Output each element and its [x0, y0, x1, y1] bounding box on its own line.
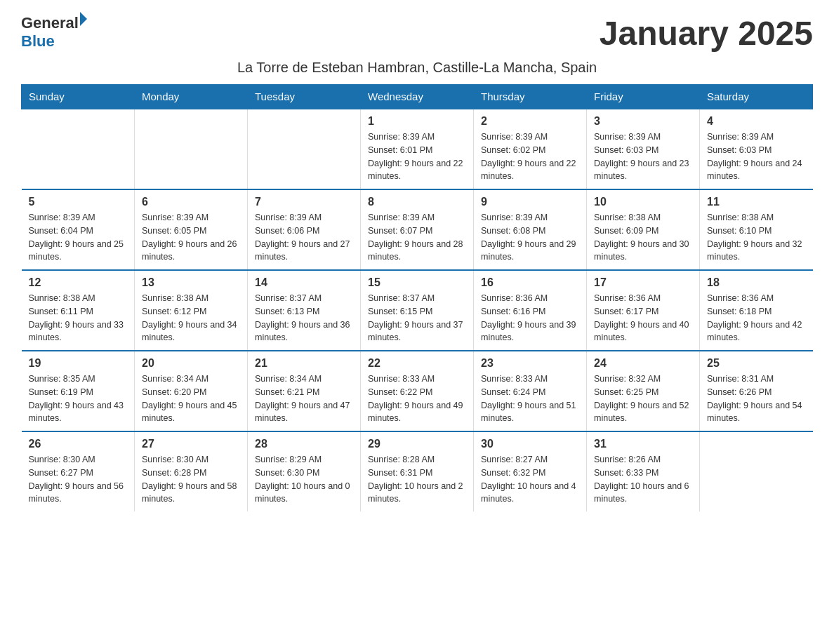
day-number: 15	[368, 276, 466, 289]
day-number: 7	[255, 196, 353, 208]
logo-triangle-icon	[80, 12, 87, 26]
day-info: Sunrise: 8:27 AM Sunset: 6:32 PM Dayligh…	[481, 453, 579, 506]
day-info: Sunrise: 8:36 AM Sunset: 6:16 PM Dayligh…	[481, 292, 579, 344]
calendar-cell	[248, 109, 361, 189]
calendar-cell: 25Sunrise: 8:31 AM Sunset: 6:26 PM Dayli…	[700, 351, 813, 431]
day-number: 8	[368, 196, 466, 208]
calendar-header-tuesday: Tuesday	[248, 85, 361, 109]
day-number: 30	[481, 438, 579, 450]
day-number: 12	[29, 276, 128, 289]
calendar-cell: 5Sunrise: 8:39 AM Sunset: 6:04 PM Daylig…	[22, 189, 135, 270]
logo-general-text: General	[21, 14, 79, 32]
day-info: Sunrise: 8:32 AM Sunset: 6:25 PM Dayligh…	[594, 373, 692, 425]
day-info: Sunrise: 8:39 AM Sunset: 6:06 PM Dayligh…	[255, 211, 353, 264]
calendar-cell: 7Sunrise: 8:39 AM Sunset: 6:06 PM Daylig…	[248, 189, 361, 270]
day-info: Sunrise: 8:39 AM Sunset: 6:03 PM Dayligh…	[707, 130, 806, 183]
day-number: 1	[368, 115, 466, 128]
calendar-cell: 14Sunrise: 8:37 AM Sunset: 6:13 PM Dayli…	[248, 270, 361, 351]
day-info: Sunrise: 8:26 AM Sunset: 6:33 PM Dayligh…	[594, 453, 692, 506]
day-number: 9	[481, 196, 579, 208]
calendar-cell: 27Sunrise: 8:30 AM Sunset: 6:28 PM Dayli…	[135, 431, 248, 511]
day-info: Sunrise: 8:36 AM Sunset: 6:17 PM Dayligh…	[594, 292, 692, 344]
day-info: Sunrise: 8:38 AM Sunset: 6:09 PM Dayligh…	[594, 211, 692, 264]
page-title: January 2025	[600, 14, 813, 53]
day-info: Sunrise: 8:39 AM Sunset: 6:05 PM Dayligh…	[142, 211, 240, 264]
calendar-cell: 31Sunrise: 8:26 AM Sunset: 6:33 PM Dayli…	[587, 431, 700, 511]
day-number: 31	[594, 438, 692, 450]
calendar-cell: 13Sunrise: 8:38 AM Sunset: 6:12 PM Dayli…	[135, 270, 248, 351]
day-info: Sunrise: 8:38 AM Sunset: 6:10 PM Dayligh…	[707, 211, 806, 264]
day-info: Sunrise: 8:35 AM Sunset: 6:19 PM Dayligh…	[29, 373, 128, 425]
calendar-cell: 3Sunrise: 8:39 AM Sunset: 6:03 PM Daylig…	[587, 109, 700, 189]
day-number: 27	[142, 438, 240, 450]
day-info: Sunrise: 8:29 AM Sunset: 6:30 PM Dayligh…	[255, 453, 353, 506]
day-number: 29	[368, 438, 466, 450]
calendar-cell: 19Sunrise: 8:35 AM Sunset: 6:19 PM Dayli…	[22, 351, 135, 431]
day-number: 23	[481, 357, 579, 370]
header: General Blue January 2025	[21, 14, 813, 53]
calendar-cell: 16Sunrise: 8:36 AM Sunset: 6:16 PM Dayli…	[474, 270, 587, 351]
day-number: 25	[707, 357, 806, 370]
day-number: 2	[481, 115, 579, 128]
day-info: Sunrise: 8:34 AM Sunset: 6:21 PM Dayligh…	[255, 373, 353, 425]
calendar-cell: 11Sunrise: 8:38 AM Sunset: 6:10 PM Dayli…	[700, 189, 813, 270]
calendar-header-friday: Friday	[587, 85, 700, 109]
day-info: Sunrise: 8:33 AM Sunset: 6:22 PM Dayligh…	[368, 373, 466, 425]
calendar-cell	[135, 109, 248, 189]
day-info: Sunrise: 8:38 AM Sunset: 6:12 PM Dayligh…	[142, 292, 240, 344]
calendar-header-sunday: Sunday	[22, 85, 135, 109]
day-number: 16	[481, 276, 579, 289]
calendar-week-row: 5Sunrise: 8:39 AM Sunset: 6:04 PM Daylig…	[22, 189, 813, 270]
calendar-cell: 29Sunrise: 8:28 AM Sunset: 6:31 PM Dayli…	[361, 431, 474, 511]
calendar-cell	[700, 431, 813, 511]
calendar-cell: 6Sunrise: 8:39 AM Sunset: 6:05 PM Daylig…	[135, 189, 248, 270]
calendar-header-monday: Monday	[135, 85, 248, 109]
day-number: 24	[594, 357, 692, 370]
day-number: 20	[142, 357, 240, 370]
calendar-cell: 20Sunrise: 8:34 AM Sunset: 6:20 PM Dayli…	[135, 351, 248, 431]
calendar-cell: 15Sunrise: 8:37 AM Sunset: 6:15 PM Dayli…	[361, 270, 474, 351]
day-info: Sunrise: 8:39 AM Sunset: 6:04 PM Dayligh…	[29, 211, 128, 264]
subtitle: La Torre de Esteban Hambran, Castille-La…	[21, 60, 813, 76]
day-number: 6	[142, 196, 240, 208]
day-info: Sunrise: 8:31 AM Sunset: 6:26 PM Dayligh…	[707, 373, 806, 425]
calendar-cell: 9Sunrise: 8:39 AM Sunset: 6:08 PM Daylig…	[474, 189, 587, 270]
calendar-week-row: 1Sunrise: 8:39 AM Sunset: 6:01 PM Daylig…	[22, 109, 813, 189]
calendar-cell: 23Sunrise: 8:33 AM Sunset: 6:24 PM Dayli…	[474, 351, 587, 431]
day-number: 22	[368, 357, 466, 370]
day-info: Sunrise: 8:30 AM Sunset: 6:28 PM Dayligh…	[142, 453, 240, 506]
day-number: 21	[255, 357, 353, 370]
day-info: Sunrise: 8:30 AM Sunset: 6:27 PM Dayligh…	[29, 453, 128, 506]
calendar-cell: 18Sunrise: 8:36 AM Sunset: 6:18 PM Dayli…	[700, 270, 813, 351]
day-number: 14	[255, 276, 353, 289]
day-number: 26	[29, 438, 128, 450]
calendar-header-thursday: Thursday	[474, 85, 587, 109]
day-info: Sunrise: 8:38 AM Sunset: 6:11 PM Dayligh…	[29, 292, 128, 344]
calendar-cell: 10Sunrise: 8:38 AM Sunset: 6:09 PM Dayli…	[587, 189, 700, 270]
day-info: Sunrise: 8:28 AM Sunset: 6:31 PM Dayligh…	[368, 453, 466, 506]
day-number: 3	[594, 115, 692, 128]
day-info: Sunrise: 8:39 AM Sunset: 6:03 PM Dayligh…	[594, 130, 692, 183]
day-info: Sunrise: 8:37 AM Sunset: 6:15 PM Dayligh…	[368, 292, 466, 344]
calendar-header-row: SundayMondayTuesdayWednesdayThursdayFrid…	[22, 85, 813, 109]
day-number: 4	[707, 115, 806, 128]
calendar-cell: 22Sunrise: 8:33 AM Sunset: 6:22 PM Dayli…	[361, 351, 474, 431]
day-number: 19	[29, 357, 128, 370]
calendar-cell: 12Sunrise: 8:38 AM Sunset: 6:11 PM Dayli…	[22, 270, 135, 351]
day-info: Sunrise: 8:39 AM Sunset: 6:08 PM Dayligh…	[481, 211, 579, 264]
calendar-cell: 2Sunrise: 8:39 AM Sunset: 6:02 PM Daylig…	[474, 109, 587, 189]
calendar-week-row: 19Sunrise: 8:35 AM Sunset: 6:19 PM Dayli…	[22, 351, 813, 431]
calendar-cell: 17Sunrise: 8:36 AM Sunset: 6:17 PM Dayli…	[587, 270, 700, 351]
day-info: Sunrise: 8:39 AM Sunset: 6:02 PM Dayligh…	[481, 130, 579, 183]
logo-blue-text: Blue	[21, 32, 55, 51]
day-number: 11	[707, 196, 806, 208]
day-number: 28	[255, 438, 353, 450]
day-number: 5	[29, 196, 128, 208]
calendar-header-saturday: Saturday	[700, 85, 813, 109]
day-info: Sunrise: 8:39 AM Sunset: 6:01 PM Dayligh…	[368, 130, 466, 183]
calendar-week-row: 12Sunrise: 8:38 AM Sunset: 6:11 PM Dayli…	[22, 270, 813, 351]
day-info: Sunrise: 8:34 AM Sunset: 6:20 PM Dayligh…	[142, 373, 240, 425]
calendar-cell: 28Sunrise: 8:29 AM Sunset: 6:30 PM Dayli…	[248, 431, 361, 511]
day-info: Sunrise: 8:33 AM Sunset: 6:24 PM Dayligh…	[481, 373, 579, 425]
day-info: Sunrise: 8:37 AM Sunset: 6:13 PM Dayligh…	[255, 292, 353, 344]
